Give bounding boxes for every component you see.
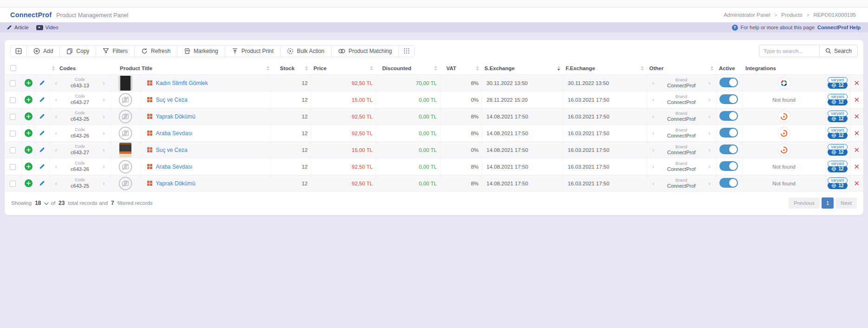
copy-button[interactable]: Copy	[60, 46, 96, 57]
next-page-button[interactable]: Next	[835, 197, 857, 209]
edit-pencil-icon[interactable]	[38, 80, 46, 86]
row-checkbox[interactable]	[10, 97, 16, 103]
integration-orange-icon[interactable]	[778, 110, 790, 123]
sort-product-title[interactable]	[267, 66, 269, 71]
prev-code-chevron[interactable]	[55, 180, 57, 186]
product-title-link[interactable]: Suç ve Ceza	[156, 147, 188, 153]
next-other-chevron[interactable]	[708, 97, 710, 103]
next-other-chevron[interactable]	[708, 80, 710, 86]
next-code-chevron[interactable]	[103, 80, 104, 86]
row-checkbox[interactable]	[10, 164, 16, 170]
active-toggle[interactable]	[719, 178, 738, 188]
search-button[interactable]: Search	[819, 45, 858, 57]
next-code-chevron[interactable]	[103, 164, 104, 170]
add-variant-icon[interactable]	[25, 179, 33, 187]
variant-badge[interactable]: varyant 12	[829, 94, 847, 105]
next-code-chevron[interactable]	[103, 147, 104, 153]
active-toggle[interactable]	[719, 128, 738, 138]
prev-other-chevron[interactable]	[653, 97, 654, 103]
add-variant-icon[interactable]	[25, 79, 33, 87]
integration-orange-icon[interactable]	[778, 144, 790, 156]
prev-code-chevron[interactable]	[55, 130, 57, 136]
sort-codes[interactable]	[52, 66, 55, 71]
select-all-checkbox[interactable]	[10, 65, 16, 71]
active-toggle[interactable]	[719, 111, 738, 121]
delete-icon[interactable]	[854, 79, 860, 87]
sort-stock[interactable]	[305, 66, 308, 71]
product-title-link[interactable]: Araba Sevdası	[156, 130, 193, 137]
integration-orange-icon[interactable]	[778, 127, 790, 139]
integration-pinwheel-icon[interactable]	[778, 77, 790, 89]
row-checkbox[interactable]	[10, 147, 16, 153]
next-code-chevron[interactable]	[103, 113, 104, 119]
delete-icon[interactable]	[854, 129, 860, 138]
delete-icon[interactable]	[854, 112, 860, 121]
refresh-button[interactable]: Refresh	[135, 46, 177, 57]
breadcrumb-item-products[interactable]: Products	[781, 12, 802, 18]
edit-pencil-icon[interactable]	[38, 180, 46, 186]
previous-page-button[interactable]: Previous	[789, 197, 820, 209]
help-link[interactable]: ConnectProf Help	[817, 25, 861, 30]
prev-other-chevron[interactable]	[653, 180, 654, 186]
edit-pencil-icon[interactable]	[38, 113, 46, 119]
next-code-chevron[interactable]	[103, 97, 104, 103]
delete-icon[interactable]	[854, 146, 860, 154]
prev-code-chevron[interactable]	[55, 113, 57, 119]
add-button[interactable]: Add	[27, 46, 60, 57]
next-code-chevron[interactable]	[103, 180, 104, 186]
sort-discounted[interactable]	[434, 66, 437, 71]
prev-other-chevron[interactable]	[653, 130, 654, 136]
next-other-chevron[interactable]	[708, 180, 710, 186]
variant-badge[interactable]: varyant 12	[829, 127, 847, 139]
table-settings-button[interactable]	[11, 46, 27, 57]
sort-price[interactable]	[370, 66, 373, 71]
prev-code-chevron[interactable]	[55, 97, 57, 103]
add-variant-icon[interactable]	[25, 146, 33, 154]
delete-icon[interactable]	[854, 96, 860, 104]
product-matching-button[interactable]: Product Matching	[332, 46, 399, 57]
add-variant-icon[interactable]	[25, 96, 33, 104]
active-toggle[interactable]	[719, 161, 738, 171]
variant-badge[interactable]: varyant 12	[829, 111, 847, 122]
prev-code-chevron[interactable]	[55, 80, 57, 86]
variant-badge[interactable]: varyant 12	[829, 161, 847, 172]
brand-logo[interactable]: ConnectProf	[10, 11, 52, 19]
variant-badge[interactable]: varyant 12	[829, 144, 847, 156]
product-thumb-dark[interactable]	[118, 76, 132, 91]
prev-other-chevron[interactable]	[653, 80, 654, 86]
sort-other[interactable]	[711, 66, 713, 71]
sort-s-exchange[interactable]	[557, 66, 560, 71]
edit-pencil-icon[interactable]	[38, 164, 46, 170]
product-title-link[interactable]: Yaprak Dökümü	[156, 180, 196, 187]
next-code-chevron[interactable]	[103, 130, 104, 136]
filters-button[interactable]: Filters	[96, 46, 135, 57]
delete-icon[interactable]	[854, 179, 860, 188]
grid-view-button[interactable]	[399, 46, 414, 57]
add-variant-icon[interactable]	[25, 112, 33, 120]
page-size-value[interactable]: 18	[35, 200, 41, 206]
product-title-link[interactable]: Suç ve Ceza	[156, 97, 188, 103]
row-checkbox[interactable]	[10, 181, 16, 187]
page-size-chevron-icon[interactable]	[44, 200, 49, 205]
sort-vat[interactable]	[476, 66, 479, 71]
prev-other-chevron[interactable]	[653, 113, 654, 119]
next-other-chevron[interactable]	[708, 147, 710, 153]
article-button[interactable]: Article	[7, 25, 29, 30]
prev-code-chevron[interactable]	[55, 147, 57, 153]
video-button[interactable]: Video	[36, 25, 59, 30]
next-other-chevron[interactable]	[708, 130, 710, 136]
add-variant-icon[interactable]	[25, 163, 33, 171]
prev-code-chevron[interactable]	[55, 164, 57, 170]
product-thumb-book[interactable]	[119, 143, 131, 157]
row-checkbox[interactable]	[10, 80, 16, 86]
next-other-chevron[interactable]	[708, 113, 710, 119]
delete-icon[interactable]	[854, 163, 860, 171]
active-toggle[interactable]	[719, 94, 738, 104]
bulk-action-button[interactable]: Bulk Action	[281, 46, 331, 57]
variant-badge[interactable]: varyant 12	[829, 177, 847, 189]
marketing-button[interactable]: Marketing	[177, 46, 225, 57]
add-variant-icon[interactable]	[25, 129, 33, 137]
edit-pencil-icon[interactable]	[38, 97, 46, 103]
product-title-link[interactable]: Araba Sevdası	[156, 164, 193, 170]
breadcrumb-item-admin[interactable]: Administrator Panel	[724, 12, 770, 18]
